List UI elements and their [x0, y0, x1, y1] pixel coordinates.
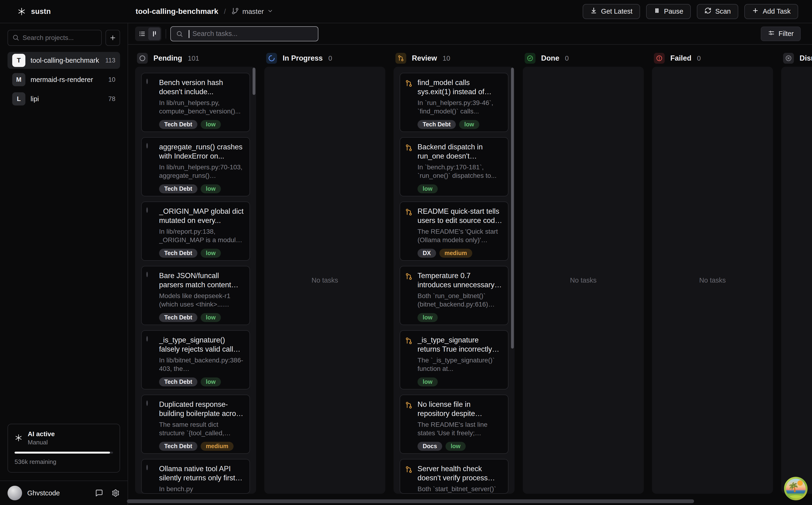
column-header: Failed 0 — [652, 50, 773, 67]
project-name: lipi — [30, 95, 103, 103]
task-checkbox[interactable] — [146, 335, 155, 384]
board-horizontal-scrollbar[interactable] — [127, 499, 694, 503]
ai-remaining: 536k remaining — [15, 458, 113, 466]
project-avatar: L — [12, 92, 25, 106]
sidebar-item-tool-calling-benchmark[interactable]: T tool-calling-benchmark 113 — [8, 52, 120, 69]
task-checkbox[interactable] — [146, 78, 155, 127]
sidebar-item-lipi[interactable]: L lipi 78 — [8, 91, 120, 107]
list-view-button[interactable] — [136, 27, 148, 40]
user-row: Ghvstcode — [0, 481, 128, 505]
sidebar-item-mermaid-rs-renderer[interactable]: M mermaid-rs-renderer 10 — [8, 71, 120, 88]
plus-icon — [752, 7, 759, 16]
view-toggle — [135, 26, 161, 41]
main-area: Filter Pending 101 Bench version hash do… — [128, 23, 812, 505]
task-description: In lib/run_helpers.py:70-103, aggregate_… — [159, 163, 244, 180]
pause-button[interactable]: Pause — [646, 4, 691, 19]
column-count: 101 — [188, 54, 199, 62]
user-name: Ghvstcode — [27, 489, 87, 497]
task-description: The same result dict structure `{tool_ca… — [159, 420, 244, 438]
pull-request-icon — [405, 400, 413, 449]
chat-icon[interactable] — [95, 489, 103, 497]
task-card[interactable]: _ORIGIN_MAP global dict mutated on every… — [141, 201, 250, 261]
task-title: Temperature 0.7 introduces unnecessary v… — [418, 271, 502, 289]
column-header: Done 0 — [523, 50, 644, 67]
ai-status-card: AI active Manual 536k remaining — [8, 424, 120, 473]
pull-request-icon — [405, 335, 413, 384]
task-description: In `bench.py:170-181`, `run_one()` dispa… — [418, 163, 502, 180]
breadcrumb: tool-calling-benchmark / master — [136, 7, 273, 16]
task-tags: Tech Debtlow — [159, 313, 244, 322]
task-card[interactable]: Ollama native tool API silently returns … — [141, 459, 250, 494]
project-count: 78 — [108, 96, 115, 103]
task-description: In lib/report.py:138, _ORIGIN_MAP is a m… — [159, 227, 244, 244]
tag-badge: Docs — [418, 442, 442, 451]
breadcrumb-separator: / — [224, 8, 226, 15]
task-tags: low — [418, 313, 502, 322]
project-avatar: M — [12, 73, 25, 86]
column-review: Review 10 find_model calls sys.exit(1) i… — [393, 50, 514, 505]
task-checkbox[interactable] — [146, 271, 155, 320]
toolbar: Filter — [128, 23, 812, 45]
column-scrollbar[interactable] — [511, 68, 514, 349]
filter-button[interactable]: Filter — [761, 26, 801, 41]
pull-request-icon — [405, 271, 413, 320]
task-card[interactable]: Server health check doesn't verify proce… — [400, 459, 508, 494]
task-card[interactable]: Duplicated response-building boilerplate… — [141, 394, 250, 454]
filter-label: Filter — [779, 30, 794, 38]
sliders-icon — [768, 29, 775, 38]
task-title: _is_type_signature returns True incorrec… — [418, 335, 502, 354]
task-card[interactable]: _is_type_signature() falsely rejects val… — [141, 330, 250, 389]
column-header: Dism — [781, 50, 812, 67]
tag-badge: low — [446, 442, 466, 451]
island-illustration: 🌴 — [786, 479, 806, 498]
avatar[interactable] — [8, 486, 22, 500]
tag-badge: Tech Debt — [159, 184, 197, 193]
task-checkbox[interactable] — [146, 142, 155, 191]
task-description: In `run_helpers.py:39-46`, `find_model()… — [418, 99, 502, 116]
add-task-button[interactable]: Add Task — [744, 4, 798, 19]
task-description: Both `run_one_bitnet()` (bitnet_backend.… — [418, 292, 502, 309]
gear-icon[interactable] — [112, 489, 120, 497]
task-checkbox[interactable] — [146, 400, 155, 449]
pull-request-icon — [405, 207, 413, 256]
task-title: Server health check doesn't verify proce… — [418, 464, 502, 482]
column-pending: Pending 101 Bench version hash doesn't i… — [135, 50, 256, 505]
refresh-icon — [704, 7, 711, 16]
task-tags: Tech Debtlow — [159, 120, 244, 129]
task-title: Ollama native tool API silently returns … — [159, 464, 244, 482]
task-description: In bench.py run_one_ollama() (line 89), … — [159, 485, 244, 494]
task-card[interactable]: README quick-start tells users to edit s… — [400, 201, 508, 261]
project-name: mermaid-rs-renderer — [30, 76, 103, 83]
download-icon — [590, 7, 597, 16]
task-card[interactable]: Bare JSON/funcall parsers match content … — [141, 266, 250, 325]
spinner-icon — [266, 53, 277, 64]
tag-badge: Tech Debt — [159, 249, 197, 258]
kanban-board: Pending 101 Bench version hash doesn't i… — [128, 45, 812, 505]
sidebar: T tool-calling-benchmark 113 M mermaid-r… — [0, 23, 128, 505]
task-checkbox[interactable] — [146, 207, 155, 256]
task-card[interactable]: Bench version hash doesn't include... In… — [141, 73, 250, 132]
task-card[interactable]: Backend dispatch in run_one doesn't vali… — [400, 137, 508, 196]
get-latest-button[interactable]: Get Latest — [583, 4, 640, 19]
branch-selector[interactable]: master — [231, 7, 273, 16]
task-card[interactable]: aggregate_runs() crashes with IndexError… — [141, 137, 250, 196]
alert-circle-icon — [654, 53, 665, 64]
task-tags: Tech Debtmedium — [159, 442, 244, 451]
task-card[interactable]: _is_type_signature returns True incorrec… — [400, 330, 508, 389]
search-projects-input[interactable] — [8, 30, 102, 46]
search-tasks-input[interactable] — [170, 26, 318, 41]
task-tags: Tech Debtlow — [159, 377, 244, 386]
task-checkbox[interactable] — [146, 464, 155, 489]
task-card[interactable]: find_model calls sys.exit(1) instead of … — [400, 73, 508, 132]
palm-tree-icon: 🌴 — [788, 482, 799, 492]
column-scrollbar[interactable] — [253, 68, 256, 95]
scan-button[interactable]: Scan — [697, 4, 738, 19]
task-description: The README's 'Quick start (Ollama models… — [418, 227, 502, 244]
island-badge-button[interactable]: 🌴 — [784, 477, 808, 500]
add-project-button[interactable] — [106, 30, 120, 46]
task-title: No license file in repository despite RE… — [418, 400, 502, 418]
project-list: T tool-calling-benchmark 113 M mermaid-r… — [8, 52, 120, 107]
kanban-view-button[interactable] — [148, 27, 160, 40]
task-card[interactable]: Temperature 0.7 introduces unnecessary v… — [400, 266, 508, 325]
task-card[interactable]: No license file in repository despite RE… — [400, 394, 508, 454]
